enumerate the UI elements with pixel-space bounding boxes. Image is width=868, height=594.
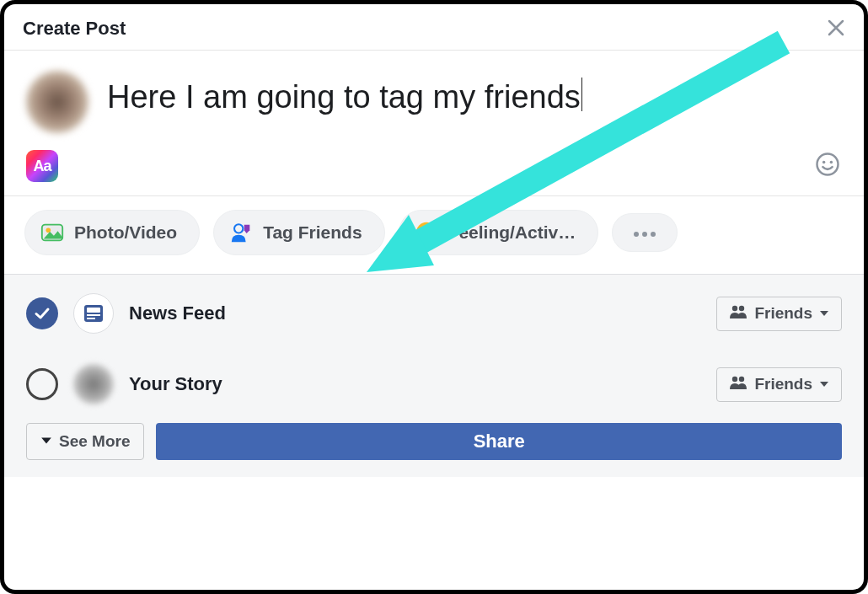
pill-label: Feeling/Activ… xyxy=(448,222,576,243)
svg-point-0 xyxy=(817,154,839,175)
destination-news-feed-row: News Feed Friends xyxy=(4,278,864,349)
svg-point-17 xyxy=(732,305,737,310)
svg-point-11 xyxy=(642,232,647,237)
svg-point-19 xyxy=(732,376,737,381)
news-feed-audience-button[interactable]: Friends xyxy=(716,297,842,331)
audience-label: Friends xyxy=(754,375,812,393)
aa-label: Aa xyxy=(33,158,51,175)
svg-point-7 xyxy=(415,222,436,243)
svg-rect-16 xyxy=(87,318,95,319)
tag-friends-icon xyxy=(228,219,255,246)
post-text-value: Here I am going to tag my friends xyxy=(107,79,581,115)
svg-point-2 xyxy=(830,161,833,164)
more-options-button[interactable] xyxy=(612,213,678,252)
avatar xyxy=(26,71,88,133)
dialog-title: Create Post xyxy=(23,18,126,40)
feeling-icon xyxy=(413,219,440,246)
pill-label: Photo/Video xyxy=(74,222,177,243)
feeling-activity-button[interactable]: Feeling/Activ… xyxy=(399,210,599,255)
friends-icon xyxy=(729,304,747,324)
chevron-down-icon xyxy=(40,432,52,451)
destination-label: News Feed xyxy=(129,302,226,324)
destination-label: Your Story xyxy=(129,373,222,395)
news-feed-radio[interactable] xyxy=(26,297,58,329)
svg-point-10 xyxy=(634,232,639,237)
post-text-input[interactable]: Here I am going to tag my friends xyxy=(107,71,582,116)
photo-icon xyxy=(39,219,66,246)
close-icon[interactable] xyxy=(827,16,845,41)
tag-friends-button[interactable]: Tag Friends xyxy=(213,210,384,255)
pill-label: Tag Friends xyxy=(263,222,362,243)
text-caret xyxy=(581,78,582,111)
see-more-button[interactable]: See More xyxy=(26,423,144,460)
news-feed-icon xyxy=(73,293,114,334)
svg-point-18 xyxy=(739,305,744,310)
svg-point-12 xyxy=(651,232,656,237)
your-story-icon xyxy=(73,364,114,404)
svg-point-1 xyxy=(822,161,826,164)
background-color-button[interactable]: Aa xyxy=(26,150,58,182)
emoji-picker-button[interactable] xyxy=(813,152,842,180)
destination-your-story-row: Your Story Friends xyxy=(4,349,864,420)
share-button[interactable]: Share xyxy=(156,423,842,460)
svg-point-6 xyxy=(234,224,243,233)
ellipsis-icon xyxy=(631,222,658,243)
chevron-down-icon xyxy=(819,304,829,323)
svg-rect-15 xyxy=(87,314,100,316)
smiley-icon xyxy=(815,152,840,180)
chevron-down-icon xyxy=(819,375,829,393)
audience-label: Friends xyxy=(754,304,812,323)
friends-icon xyxy=(729,375,747,394)
your-story-radio[interactable] xyxy=(26,368,58,400)
your-story-audience-button[interactable]: Friends xyxy=(716,367,842,402)
photo-video-button[interactable]: Photo/Video xyxy=(24,210,200,255)
svg-rect-14 xyxy=(87,308,100,313)
svg-point-20 xyxy=(739,376,744,381)
svg-point-8 xyxy=(421,228,424,232)
share-label: Share xyxy=(474,431,525,452)
see-more-label: See More xyxy=(59,432,130,451)
svg-point-9 xyxy=(428,228,431,232)
